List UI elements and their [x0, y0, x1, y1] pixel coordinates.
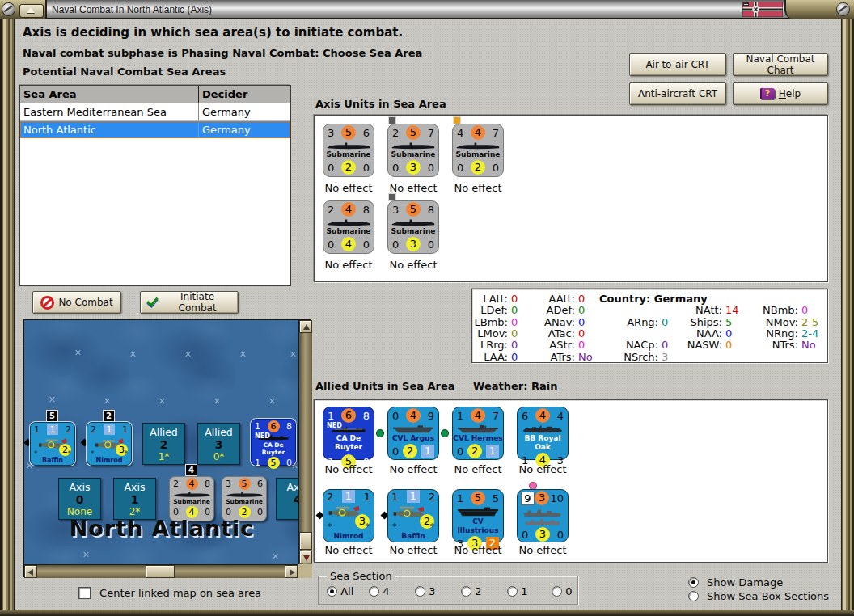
- screw-icon: [2, 3, 15, 15]
- map-horizontal-scrollbar[interactable]: [24, 564, 298, 578]
- allied-counter-cvl-hermes[interactable]: 147 CVL Hermes 021: [452, 407, 504, 460]
- allied-strength-box[interactable]: Allied21*: [142, 423, 185, 465]
- stat-nacp: NACp:0: [614, 339, 668, 351]
- sea-section-group: Sea Section All 4 3 2 1 0: [318, 576, 578, 605]
- scroll-right-button[interactable]: [285, 565, 298, 578]
- allied-counter-nimrod[interactable]: 211 3 ** Nimrod: [323, 489, 374, 542]
- submarine-silhouette: [455, 141, 501, 150]
- show-sea-box-sections-option[interactable]: Show Sea Box Sections: [688, 588, 829, 603]
- sea-section-option-0[interactable]: 0: [552, 585, 572, 597]
- stat-natt: NAtt:14: [678, 304, 739, 316]
- potential-areas-label: Potential Naval Combat Sea Areas: [23, 65, 226, 78]
- map-submarine-counter[interactable]: 356 Submarine 020: [222, 476, 267, 521]
- map-submarine-counter[interactable]: 248 Submarine 040: [169, 476, 214, 521]
- help-button[interactable]: ? Help: [733, 82, 828, 105]
- right-arrow-icon: [290, 569, 295, 576]
- german-naval-ensign-icon: [742, 2, 783, 17]
- map-ship-counter-de-ruyter[interactable]: 168 NED CA De Ruyter 150: [251, 419, 296, 466]
- table-header-row: Sea Area Decider: [20, 86, 290, 103]
- allied-strength-box[interactable]: Allied30*: [197, 423, 240, 465]
- vertical-scroll-thumb[interactable]: [299, 532, 312, 550]
- window-border-left: [0, 19, 15, 616]
- wave-mark: [268, 398, 275, 404]
- submarine-silhouette: [225, 491, 264, 498]
- stat-nasw: NASW:0: [678, 339, 732, 351]
- scroll-down-button[interactable]: [299, 551, 312, 563]
- stat-naa: NAA:0: [678, 327, 732, 340]
- map-air-counter-baffin[interactable]: 112 2 ** Baffin: [30, 422, 75, 466]
- radio-button[interactable]: [507, 586, 518, 597]
- stat-anav: ANav:0: [531, 316, 585, 328]
- radio-button[interactable]: [552, 586, 562, 597]
- radio-button[interactable]: [415, 586, 425, 597]
- wave-mark: [74, 349, 81, 356]
- allied-counter-baffin[interactable]: 112 2 ** Baffin: [387, 489, 439, 542]
- axis-strength-box-partial[interactable]: Axis4: [276, 478, 298, 520]
- allied-counter-bb-royal-oak[interactable]: 644 BB Royal Oak 143: [517, 407, 569, 460]
- air-to-air-crt-button[interactable]: Air-to-air CRT: [629, 53, 726, 76]
- wave-mark: [129, 351, 136, 357]
- radio-button[interactable]: [327, 586, 337, 597]
- stack-badge: 2: [104, 411, 114, 421]
- map-water[interactable]: 5 112 2 ** Baffin 2: [24, 320, 298, 564]
- axis-submarine-counter[interactable]: 356 Submarine 020: [323, 124, 374, 177]
- cell-sea-area[interactable]: North Atlantic: [20, 121, 199, 138]
- scroll-left-button[interactable]: [24, 565, 37, 578]
- stat-ntrs: NTrs:No: [754, 339, 816, 351]
- table-row-selected[interactable]: North Atlantic Germany: [20, 121, 290, 138]
- cell-decider[interactable]: Germany: [199, 103, 290, 120]
- center-map-option[interactable]: Center linked map on sea area: [78, 584, 261, 600]
- stat-astr: AStr:0: [531, 339, 585, 351]
- axis-submarine-counter[interactable]: 248 Submarine 040: [323, 200, 374, 254]
- sea-area-map[interactable]: 5 112 2 ** Baffin 2: [23, 319, 311, 577]
- sea-section-option-all[interactable]: All: [327, 585, 353, 597]
- axis-submarine-counter[interactable]: 257 Submarine 030: [387, 124, 439, 177]
- table-row[interactable]: Eastern Mediterranean Sea Germany: [20, 103, 290, 121]
- sea-section-option-2[interactable]: 2: [461, 585, 481, 597]
- status-label: No effect: [514, 463, 572, 475]
- radio-button[interactable]: [688, 591, 699, 601]
- radio-button[interactable]: [461, 586, 471, 597]
- cell-sea-area[interactable]: Eastern Mediterranean Sea: [20, 103, 199, 120]
- map-vertical-scrollbar[interactable]: [298, 320, 312, 564]
- column-header-sea-area: Sea Area: [20, 86, 199, 103]
- title-bar[interactable]: Naval Combat In North Atlantic (Axis): [0, 0, 854, 19]
- map-air-counter-nimrod[interactable]: 211 3 ** Nimrod: [87, 422, 132, 466]
- sea-section-option-4[interactable]: 4: [369, 585, 389, 597]
- button-label: No Combat: [58, 297, 112, 308]
- axis-submarine-counter[interactable]: 358 Submarine 030: [387, 200, 439, 254]
- dialog-content: Axis is deciding in which sea area(s) to…: [15, 21, 841, 610]
- stat-adef: ADef:0: [531, 304, 585, 316]
- allied-counter-de-ruyter[interactable]: 168 NED CA De Ruyter 150: [323, 407, 374, 460]
- radio-button[interactable]: [369, 586, 379, 597]
- horizontal-scroll-thumb[interactable]: [146, 565, 175, 578]
- scroll-up-button[interactable]: [299, 320, 312, 333]
- carrier-silhouette: [455, 507, 501, 517]
- axis-strength-box[interactable]: Axis12*: [113, 478, 156, 520]
- sea-section-option-3[interactable]: 3: [415, 585, 435, 597]
- allied-counter-convoy[interactable]: 9310 030: [517, 489, 569, 542]
- allied-counter-cvl-argus[interactable]: 049 CVL Argus 021: [387, 407, 439, 460]
- no-combat-button[interactable]: No Combat: [32, 291, 121, 314]
- submarine-silhouette: [391, 218, 436, 227]
- unit-stats-panel: Country: Germany LAtt:0 LDef:0 LBmb:0 LM…: [471, 289, 828, 363]
- naval-combat-chart-button[interactable]: Naval Combat Chart: [733, 53, 828, 76]
- button-label: Anti-aircraft CRT: [638, 88, 717, 99]
- cell-decider[interactable]: Germany: [199, 121, 290, 138]
- prohibition-icon: [40, 296, 54, 310]
- stat-nmov: NMov:2-5: [754, 316, 818, 328]
- axis-submarine-counter[interactable]: 447 Submarine 020: [452, 124, 504, 177]
- wave-mark: [184, 351, 191, 357]
- axis-strength-box[interactable]: Axis0None: [58, 478, 101, 520]
- initiate-combat-button[interactable]: Initiate Combat: [140, 291, 239, 314]
- wave-mark: [290, 351, 296, 357]
- button-label: Naval Combat Chart: [738, 53, 822, 76]
- scrollbar-corner: [298, 564, 312, 578]
- window-border-bottom: [0, 610, 854, 616]
- sea-section-option-1[interactable]: 1: [507, 585, 527, 597]
- window-menu-button[interactable]: [19, 4, 44, 18]
- allied-counter-cv-illustrious[interactable]: 155 CV Illustrious 332: [452, 489, 504, 542]
- radio-button[interactable]: [688, 577, 699, 588]
- center-map-checkbox[interactable]: [78, 587, 91, 599]
- anti-aircraft-crt-button[interactable]: Anti-aircraft CRT: [629, 82, 726, 105]
